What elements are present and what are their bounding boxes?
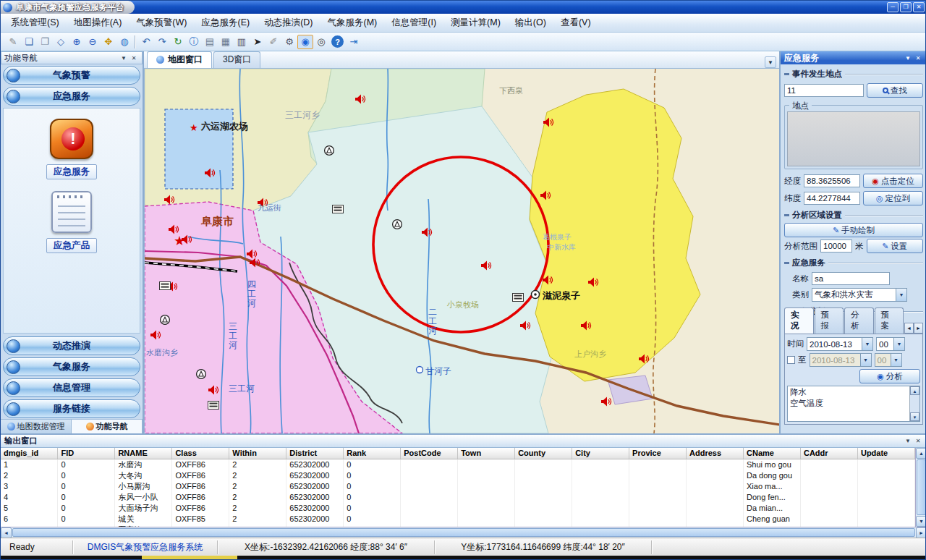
- menu-item[interactable]: 气象服务(M): [320, 14, 385, 32]
- latitude-input[interactable]: [804, 192, 860, 205]
- column-header[interactable]: Provice: [629, 448, 687, 459]
- to-checkbox[interactable]: [787, 356, 795, 364]
- menu-item[interactable]: 应急服务(E): [194, 14, 257, 32]
- table-row[interactable]: 60城关OXFF8526523020000Cheng guan: [1, 514, 915, 525]
- column-header[interactable]: Class: [172, 448, 229, 459]
- flag-marker[interactable]: [208, 402, 219, 410]
- full-extent-icon[interactable]: ◍: [116, 35, 132, 49]
- column-header[interactable]: PostCode: [401, 448, 458, 459]
- column-header[interactable]: dmgis_id: [1, 448, 58, 459]
- identify-info-icon[interactable]: ⓘ: [186, 35, 202, 49]
- print-icon[interactable]: ▥: [234, 35, 250, 49]
- close-icon[interactable]: ✕: [913, 54, 923, 63]
- tab-map-window[interactable]: 地图窗口: [147, 51, 212, 68]
- list-item[interactable]: 降水: [788, 387, 909, 398]
- column-header[interactable]: FID: [58, 448, 115, 459]
- nav-button[interactable]: 应急服务: [3, 87, 140, 106]
- start-hour-select[interactable]: 00 ▼: [876, 337, 905, 351]
- analysis-tab[interactable]: 预报: [815, 307, 844, 334]
- table-row[interactable]: 40东风一小队OXFF8626523020000Dong fen...: [1, 492, 915, 503]
- set-range-button[interactable]: ✎ 设置: [867, 239, 924, 253]
- menu-item[interactable]: 气象预警(W): [129, 14, 194, 32]
- list-scrollbar[interactable]: ▲ ▼: [909, 386, 919, 421]
- end-hour-select[interactable]: 00 ▼: [875, 353, 902, 367]
- nav-button[interactable]: 动态推演: [3, 336, 140, 355]
- search-button[interactable]: 查找: [867, 83, 923, 98]
- close-button[interactable]: ✕: [913, 2, 925, 12]
- column-header[interactable]: County: [515, 448, 572, 459]
- clear-selection-icon[interactable]: ❐: [37, 35, 53, 49]
- measure-icon[interactable]: ✐: [266, 35, 281, 49]
- pin-icon[interactable]: ▼: [903, 436, 913, 446]
- select-polygon-icon[interactable]: ◇: [53, 35, 69, 49]
- select-features-icon[interactable]: ❏: [21, 35, 37, 49]
- flag-marker[interactable]: [333, 205, 344, 213]
- nav-button[interactable]: 服务链接: [3, 399, 140, 418]
- scroll-down-icon[interactable]: ▼: [916, 516, 926, 527]
- scroll-right-icon[interactable]: ►: [916, 527, 926, 538]
- chevron-down-icon[interactable]: ▼: [862, 338, 872, 350]
- column-header[interactable]: CName: [744, 448, 801, 459]
- column-header[interactable]: RNAME: [115, 448, 172, 459]
- analysis-tab[interactable]: 预案: [875, 307, 904, 334]
- menu-item[interactable]: 查看(V): [553, 14, 598, 32]
- scroll-left-icon[interactable]: ◄: [1, 527, 12, 538]
- location-search-input[interactable]: [784, 84, 864, 97]
- scroll-down-icon[interactable]: ▼: [910, 412, 919, 421]
- menu-item[interactable]: 测量计算(M): [443, 14, 508, 32]
- nav-button[interactable]: 气象预警: [3, 66, 140, 85]
- nav-button[interactable]: 气象服务: [3, 357, 140, 376]
- range-input[interactable]: [820, 239, 852, 253]
- pin-icon[interactable]: ▼: [903, 54, 913, 63]
- export-result-icon[interactable]: ⇥: [346, 35, 362, 49]
- tab-scroll-left-icon[interactable]: ◄: [904, 323, 914, 334]
- scroll-up-icon[interactable]: ▲: [916, 448, 926, 459]
- list-item[interactable]: 空气温度: [788, 398, 909, 409]
- column-header[interactable]: Town: [458, 448, 515, 459]
- tab-map-data-manage[interactable]: 地图数据管理: [1, 420, 72, 433]
- station-marker[interactable]: [393, 220, 402, 229]
- analysis-tab[interactable]: 分析: [844, 307, 874, 334]
- tab-list-dropdown[interactable]: ▼: [765, 56, 776, 68]
- vertical-scrollbar[interactable]: ▲ ▼: [915, 448, 926, 527]
- station-marker[interactable]: [325, 146, 334, 156]
- nav-button[interactable]: 信息管理: [3, 378, 140, 397]
- pan-hand-icon[interactable]: ✥: [101, 35, 116, 49]
- analyze-button[interactable]: ◉ 分析: [859, 369, 920, 383]
- menu-item[interactable]: 系统管理(S): [4, 14, 67, 32]
- column-header[interactable]: Update: [857, 448, 914, 459]
- pin-icon[interactable]: ▼: [119, 54, 129, 63]
- column-header[interactable]: City: [572, 448, 629, 459]
- layers-icon[interactable]: ▤: [202, 35, 218, 49]
- table-row[interactable]: 20大冬沟OXFF8626523020000Da dong gou: [1, 470, 915, 481]
- element-list[interactable]: 降水空气温度 ▲ ▼: [787, 386, 920, 422]
- longitude-input[interactable]: [804, 174, 860, 187]
- locate-to-button[interactable]: ◎ 定位到: [863, 191, 923, 205]
- edit-pencil-icon[interactable]: ✎: [5, 35, 21, 49]
- zoom-in-icon[interactable]: ⊕: [69, 35, 85, 49]
- place-list[interactable]: [787, 111, 920, 166]
- menu-item[interactable]: 动态推演(D): [257, 14, 320, 32]
- export-map-icon[interactable]: ▦: [218, 35, 234, 49]
- chevron-down-icon[interactable]: ▼: [896, 289, 906, 301]
- column-header[interactable]: District: [286, 448, 344, 459]
- refresh-map-icon[interactable]: ↻: [170, 35, 186, 49]
- station-marker[interactable]: [197, 370, 206, 379]
- column-header[interactable]: Rank: [344, 448, 401, 459]
- table-row[interactable]: 30小马厮沟OXFF8626523020000Xiao ma...: [1, 481, 915, 492]
- service-type-select[interactable]: 气象和洪水灾害 ▼: [812, 288, 907, 302]
- close-icon[interactable]: ✕: [913, 436, 923, 446]
- menu-item[interactable]: 输出(O): [508, 14, 553, 32]
- eye-visibility-icon[interactable]: ◎: [313, 35, 329, 49]
- column-header[interactable]: Address: [687, 448, 744, 459]
- table-row[interactable]: 50大面场子沟OXFF8626523020000Da mian...: [1, 503, 915, 514]
- end-date-select[interactable]: 2010-08-13 ▼: [810, 353, 872, 367]
- scrollbar-thumb[interactable]: [12, 528, 915, 537]
- chevron-down-icon[interactable]: ▼: [860, 354, 871, 366]
- zoom-out-icon[interactable]: ⊖: [85, 35, 101, 49]
- station-marker[interactable]: [161, 315, 170, 325]
- emergency-service-card[interactable]: 应急服务: [46, 119, 97, 179]
- previous-extent-icon[interactable]: ↶: [138, 35, 154, 49]
- chevron-down-icon[interactable]: ▼: [893, 338, 904, 350]
- column-header[interactable]: Within: [229, 448, 286, 459]
